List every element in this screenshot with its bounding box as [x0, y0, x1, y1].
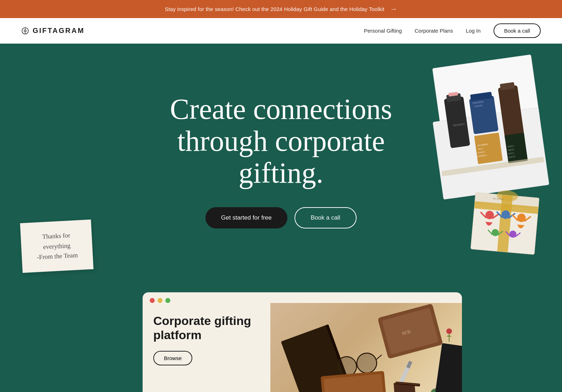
svg-text:KNESS: KNESS	[508, 148, 515, 151]
hero-title: Create connections through corporate gif…	[139, 93, 423, 189]
svg-line-40	[488, 230, 492, 234]
svg-rect-14	[505, 133, 528, 164]
hero-section: SENDSOT CRACKED CACAO TREES KNESS SPICS …	[0, 44, 562, 292]
nav-corporate-plans[interactable]: Corporate Plans	[415, 28, 453, 34]
svg-rect-26	[475, 192, 539, 209]
svg-rect-3	[433, 107, 549, 200]
window-controls	[143, 292, 462, 303]
svg-rect-8	[469, 96, 498, 134]
platform-card-body: Corporate gifting platform Browse M/B	[143, 303, 462, 392]
svg-rect-70	[435, 343, 462, 392]
svg-point-68	[446, 328, 452, 334]
navbar: GIFTAGRAM Personal Gifting Corporate Pla…	[0, 18, 562, 44]
svg-text:SPICS: SPICS	[508, 152, 514, 155]
svg-text:CACAO: CACAO	[474, 104, 483, 107]
svg-line-43	[506, 232, 510, 236]
thank-you-line1: Thanks for	[42, 231, 70, 240]
leather-goods-illustration: M/B	[270, 303, 462, 392]
svg-point-42	[509, 230, 517, 238]
svg-text:CARAMELS: CARAMELS	[477, 154, 487, 158]
platform-card: Corporate gifting platform Browse M/B	[143, 292, 462, 392]
svg-text:JACOBSEN: JACOBSEN	[477, 143, 488, 147]
nav-links: Personal Gifting Corporate Plans Log In …	[364, 23, 541, 38]
nav-login[interactable]: Log In	[466, 28, 481, 34]
hero-title-line1: Create connections	[170, 93, 392, 125]
svg-rect-24	[441, 157, 544, 176]
thank-you-line3: -From the Team	[37, 252, 78, 261]
thank-you-line2: everything	[43, 242, 71, 250]
svg-rect-19	[474, 133, 502, 164]
book-call-button[interactable]: Book a call	[294, 207, 357, 228]
get-started-button[interactable]: Get started for free	[205, 207, 287, 228]
window-dot-yellow	[158, 298, 162, 303]
svg-point-39	[491, 228, 499, 236]
svg-point-57	[356, 352, 378, 374]
svg-text:SENDSOT: SENDSOT	[453, 123, 465, 127]
platform-card-title: Corporate gifting platform	[153, 314, 256, 343]
window-dot-green	[165, 298, 170, 303]
svg-line-55	[376, 355, 382, 359]
nav-book-call-button[interactable]: Book a call	[494, 23, 541, 38]
nav-personal-gifting[interactable]: Personal Gifting	[364, 28, 402, 34]
svg-text:MAPLE: MAPLE	[508, 155, 516, 159]
platform-card-image: M/B	[270, 303, 462, 392]
logo-icon	[21, 27, 29, 35]
promo-banner: Stay inspired for the season! Check out …	[0, 0, 562, 18]
hero-buttons: Get started for free Book a call	[21, 207, 541, 228]
svg-line-44	[516, 232, 520, 237]
logo[interactable]: GIFTAGRAM	[21, 27, 85, 35]
svg-text:MCREAS: MCREAS	[493, 197, 504, 200]
svg-text:SALTY: SALTY	[478, 147, 484, 150]
svg-rect-4	[444, 96, 470, 148]
svg-point-29	[496, 189, 518, 202]
gift-box-top-right: SENDSOT CRACKED CACAO TREES KNESS SPICS …	[399, 51, 562, 215]
svg-rect-7	[448, 92, 458, 97]
browse-button[interactable]: Browse	[153, 351, 192, 365]
svg-rect-9	[470, 92, 492, 101]
platform-section: Corporate gifting platform Browse M/B	[0, 292, 562, 392]
svg-line-41	[498, 231, 502, 235]
svg-rect-2	[432, 55, 540, 132]
banner-text: Stay inspired for the season! Check out …	[165, 6, 385, 12]
hero-title-line2: through corporate gifting.	[177, 125, 385, 189]
platform-card-left: Corporate gifting platform Browse	[143, 303, 270, 392]
logo-text: GIFTAGRAM	[33, 27, 85, 35]
window-dot-red	[150, 298, 155, 303]
banner-arrow-icon[interactable]: →	[390, 5, 397, 13]
svg-text:TREES: TREES	[507, 145, 514, 148]
svg-text:CLASSIC: CLASSIC	[477, 151, 485, 154]
svg-text:CRACKED: CRACKED	[472, 100, 484, 104]
svg-rect-12	[498, 85, 524, 140]
svg-rect-13	[500, 82, 515, 90]
svg-rect-5	[446, 93, 461, 102]
thank-you-note: Thanks for everything -From the Team	[20, 219, 93, 272]
